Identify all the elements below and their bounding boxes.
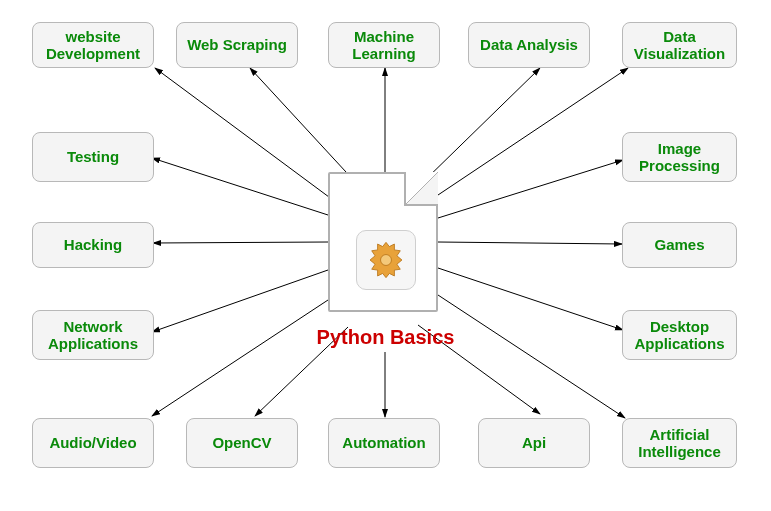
svg-point-16 (381, 255, 392, 266)
node-website-development: websiteDevelopment (32, 22, 154, 68)
node-api: Api (478, 418, 590, 468)
node-audio-video: Audio/Video (32, 418, 154, 468)
python-file-icon (328, 172, 438, 312)
svg-line-15 (152, 158, 328, 215)
node-opencv: OpenCV (186, 418, 298, 468)
node-hacking: Hacking (32, 222, 154, 268)
gear-icon (356, 230, 416, 290)
node-network-applications: NetworkApplications (32, 310, 154, 360)
node-data-analysis: Data Analysis (468, 22, 590, 68)
svg-line-7 (438, 268, 623, 330)
svg-line-3 (420, 68, 540, 185)
node-desktop-applications: DesktopApplications (622, 310, 737, 360)
node-testing: Testing (32, 132, 154, 182)
svg-line-13 (152, 270, 328, 332)
svg-line-5 (438, 160, 623, 218)
node-games: Games (622, 222, 737, 268)
node-web-scraping: Web Scraping (176, 22, 298, 68)
node-image-processing: ImageProcessing (622, 132, 737, 182)
node-automation: Automation (328, 418, 440, 468)
node-machine-learning: MachineLearning (328, 22, 440, 68)
svg-line-12 (152, 300, 328, 416)
svg-line-6 (438, 242, 622, 244)
svg-line-1 (250, 68, 358, 185)
svg-line-0 (155, 68, 333, 200)
node-artificial-intelligence: ArtificialIntelligence (622, 418, 737, 468)
svg-line-8 (438, 295, 625, 418)
svg-line-14 (153, 242, 328, 243)
svg-line-4 (438, 68, 628, 195)
node-data-visualization: DataVisualization (622, 22, 737, 68)
